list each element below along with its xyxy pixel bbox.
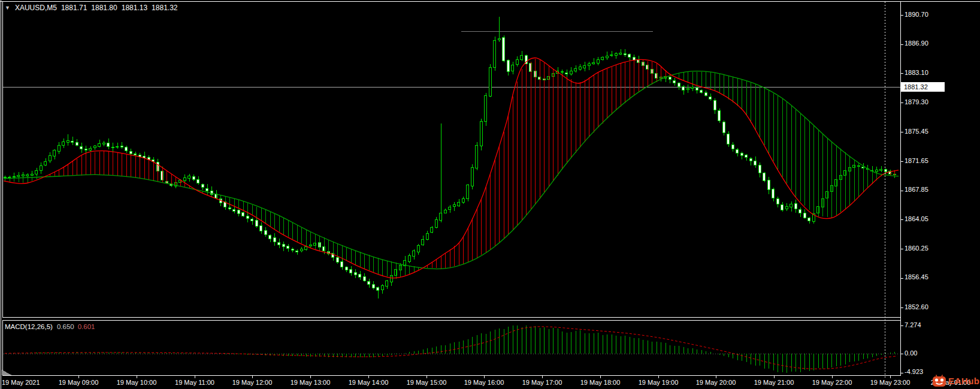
indicator-name: MACD(12,26,5) bbox=[5, 323, 53, 330]
price-axis-label: 1886.90 bbox=[905, 40, 928, 47]
macd-axis-label: -4.923 bbox=[905, 368, 923, 375]
fast-ma-line bbox=[3, 58, 899, 278]
macd-signal-line bbox=[5, 327, 897, 369]
time-axis-label: 19 May 12:00 bbox=[232, 379, 273, 386]
time-axis-label: 19 May 2021 bbox=[2, 379, 40, 386]
price-axis-label: 1852.60 bbox=[905, 303, 928, 310]
time-axis-label: 19 May 10:00 bbox=[117, 379, 157, 386]
current-price-label: 1881.32 bbox=[901, 82, 945, 92]
header-close: 1881.32 bbox=[152, 4, 177, 12]
header-open: 1881.71 bbox=[61, 4, 87, 12]
time-axis-label: 19 May 14:00 bbox=[349, 379, 389, 386]
header-low: 1881.13 bbox=[122, 4, 147, 12]
header-high: 1881.80 bbox=[91, 4, 117, 12]
chart-corner-triangle bbox=[2, 370, 12, 375]
time-axis-label: 19 May 15:00 bbox=[407, 379, 447, 386]
indicator-value-signal: 0.601 bbox=[78, 323, 95, 330]
time-axis-label: 19 May 23:00 bbox=[870, 379, 911, 386]
time-axis-label: 19 May 17:00 bbox=[522, 379, 562, 386]
price-axis-label: 1867.85 bbox=[905, 186, 928, 193]
moving-averages-layer bbox=[3, 58, 899, 278]
time-axis-label: 19 May 18:00 bbox=[580, 379, 621, 386]
price-axis-label: 1871.65 bbox=[905, 157, 928, 164]
price-axis-label: 1875.45 bbox=[905, 128, 928, 135]
macd-layer bbox=[4, 325, 900, 373]
price-axis-label: 1864.05 bbox=[905, 215, 928, 222]
chart-menu-icon: ▼ bbox=[5, 5, 10, 11]
time-axis-label: 19 May 19:00 bbox=[639, 379, 679, 386]
time-axis-label: 19 May 20:00 bbox=[696, 379, 736, 386]
mt4-chart-window: { "header": {"menu_icon":"▼","symbol":"X… bbox=[0, 0, 980, 389]
watermark-text: EAHub bbox=[948, 376, 980, 386]
time-axis-label: 19 May 11:00 bbox=[175, 379, 214, 386]
macd-axis-label: 0.00 bbox=[905, 349, 917, 357]
eahub-logo-icon bbox=[932, 375, 946, 387]
price-axis-label: 1860.25 bbox=[905, 245, 928, 252]
chart-header: ▼XAUUSD,M51881.711881.801881.131881.32 bbox=[5, 4, 178, 12]
macd-histogram bbox=[5, 325, 895, 373]
reference-lines-layer bbox=[3, 32, 900, 88]
indicator-label: MACD(12,26,5)0.6500.601 bbox=[5, 323, 95, 330]
eahub-watermark: EAHub bbox=[932, 375, 980, 387]
time-axis-label: 19 May 13:00 bbox=[291, 379, 331, 386]
time-axis-label: 19 May 22:00 bbox=[812, 379, 852, 386]
price-axis-label: 1890.70 bbox=[905, 11, 928, 18]
time-axis-label: 19 May 09:00 bbox=[59, 379, 99, 386]
time-axis-label: 19 May 16:00 bbox=[464, 379, 504, 386]
slow-ma-line bbox=[3, 71, 899, 269]
macd-axis-label: 7.274 bbox=[905, 321, 921, 328]
time-axis-label: 19 May 21:00 bbox=[754, 379, 794, 386]
chart-canvas[interactable] bbox=[0, 0, 980, 389]
price-axis-label: 1856.45 bbox=[905, 273, 928, 281]
price-axis-label: 1879.30 bbox=[905, 98, 928, 105]
indicator-value-main: 0.650 bbox=[57, 323, 74, 330]
price-axis-label: 1883.10 bbox=[905, 69, 928, 76]
header-symbol: XAUUSD,M5 bbox=[15, 4, 57, 12]
